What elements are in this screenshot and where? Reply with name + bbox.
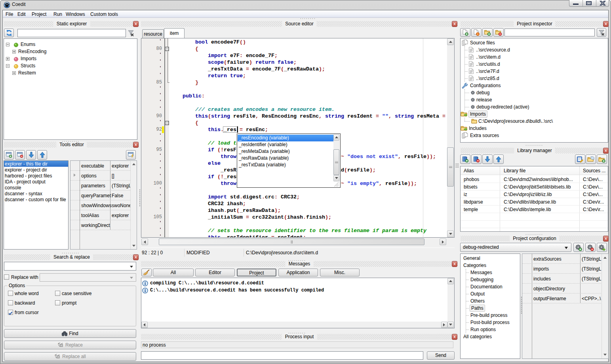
svg-text:b: b	[55, 354, 56, 357]
svg-text:b: b	[58, 342, 59, 345]
